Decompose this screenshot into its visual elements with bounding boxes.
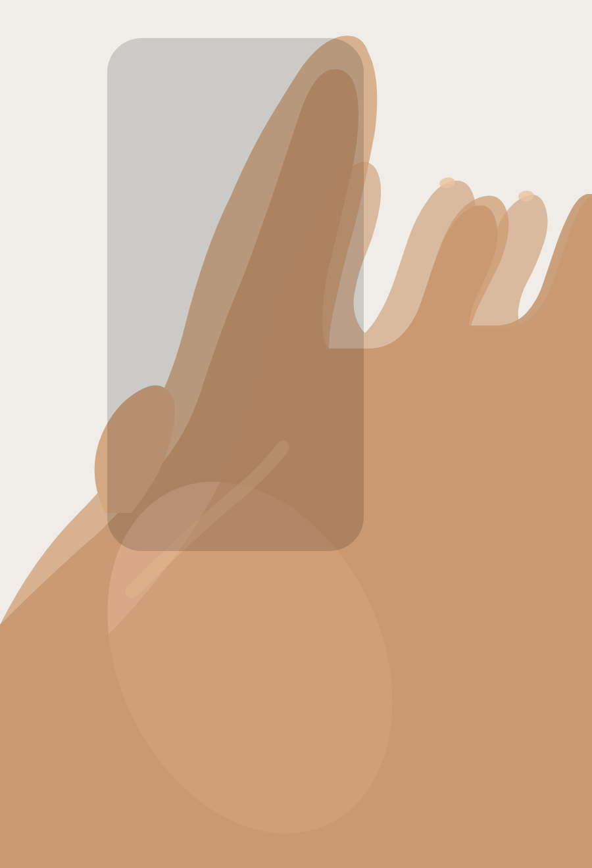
cal-day-10[interactable]: 10	[299, 422, 324, 438]
sign-up-button[interactable]: SIGN UP	[139, 296, 322, 320]
cal-day-1[interactable]: 1	[245, 405, 270, 421]
day-label-fr: FR	[270, 390, 297, 400]
phone-shell: emails from alex sign up to receive inbo…	[102, 33, 358, 546]
mute-button	[100, 112, 102, 132]
screen-content: emails from alex sign up to receive inbo…	[110, 172, 351, 538]
cal-day-6[interactable]: 6	[190, 422, 216, 438]
day-label-mo: MO	[163, 390, 190, 400]
model-shoulder	[158, 54, 303, 172]
cal-cell	[217, 405, 243, 421]
cal-cell	[136, 405, 162, 421]
cal-day-8-selected[interactable]: 8	[245, 422, 270, 438]
svg-point-2	[439, 176, 456, 189]
notch	[184, 41, 276, 59]
privacy-notice: We respect your privacy.	[139, 329, 322, 336]
cal-day-4[interactable]: 4	[136, 422, 162, 438]
volume-down-button	[100, 180, 102, 210]
cal-day-2[interactable]: 2	[272, 405, 297, 421]
cal-day-9[interactable]: 9	[272, 422, 297, 438]
calendar: ‹ February 2018 › SU MO TU WE TH FR SA	[126, 360, 335, 447]
volume-up-button	[100, 143, 102, 174]
front-camera	[257, 45, 262, 51]
power-button	[358, 125, 360, 164]
calendar-header: ‹ February 2018 ›	[136, 368, 324, 382]
calendar-grid: 1 2 3 4 5 6 7 8 9 10	[136, 405, 324, 438]
scene: emails from alex sign up to receive inbo…	[0, 0, 592, 868]
calendar-weekday-labels: SU MO TU WE TH FR SA	[136, 390, 324, 400]
day-label-sa: SA	[297, 390, 324, 400]
email-signup-title: emails from alex	[139, 206, 322, 222]
cal-cell	[190, 405, 216, 421]
svg-point-3	[518, 190, 534, 202]
cal-cell	[163, 405, 189, 421]
email-signup-subtitle: sign up to receive inbox inspirationand …	[139, 229, 322, 253]
cal-day-5[interactable]: 5	[163, 422, 189, 438]
day-label-we: WE	[217, 390, 244, 400]
calendar-month-label: February 2018	[197, 370, 263, 381]
cal-day-3[interactable]: 3	[299, 405, 324, 421]
day-label-tu: TU	[190, 390, 217, 400]
cal-day-7[interactable]: 7	[217, 422, 243, 438]
calendar-next-button[interactable]: ›	[313, 368, 324, 382]
phone: emails from alex sign up to receive inbo…	[102, 33, 358, 546]
hero-image	[110, 41, 351, 172]
day-label-su: SU	[136, 390, 163, 400]
calendar-prev-button[interactable]: ‹	[136, 368, 147, 382]
email-address-input[interactable]	[139, 264, 322, 288]
email-signup-card: emails from alex sign up to receive inbo…	[126, 191, 335, 349]
day-label-th: TH	[243, 390, 270, 400]
speaker	[210, 46, 250, 50]
phone-screen: emails from alex sign up to receive inbo…	[110, 41, 351, 538]
